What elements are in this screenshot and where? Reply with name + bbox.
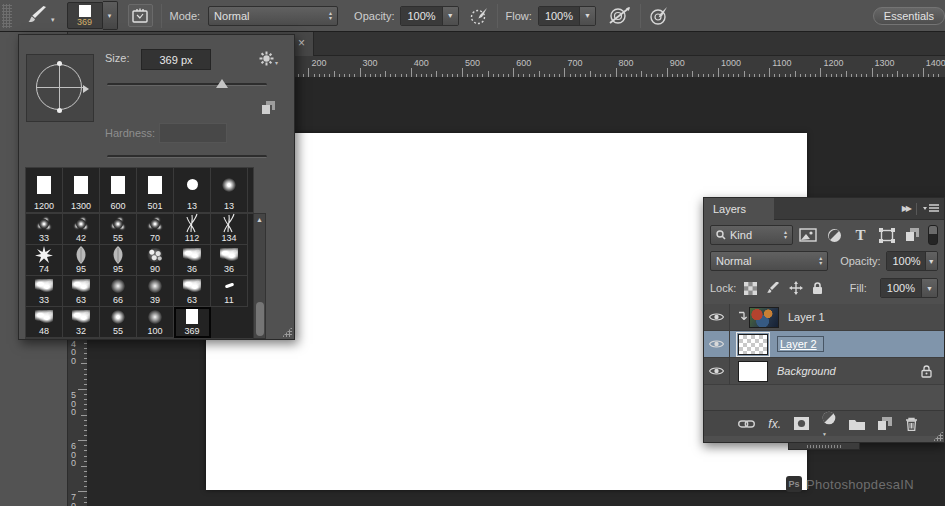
opacity-value: 100% <box>401 7 441 25</box>
new-group-icon[interactable] <box>849 418 865 430</box>
layers-panel-resize-handle[interactable] <box>788 443 860 450</box>
brush-preset-369[interactable]: 369 <box>174 307 211 338</box>
brush-preset-11[interactable]: 11 <box>211 276 248 307</box>
pressure-size-icon[interactable] <box>649 6 669 26</box>
layer-thumbnail[interactable] <box>738 361 768 382</box>
visibility-eye-icon[interactable] <box>704 331 730 358</box>
ruler-tick <box>518 74 519 77</box>
brush-grid-scrollbar[interactable]: ▲ ▼ <box>253 213 266 339</box>
brush-preset-70[interactable]: 70 <box>137 214 174 245</box>
roundness-handle[interactable] <box>57 108 62 113</box>
layer-row-layer-2[interactable]: Layer 2 <box>704 331 944 358</box>
ruler-tick <box>84 481 87 482</box>
new-brush-preset-icon[interactable] <box>261 101 276 115</box>
size-slider[interactable] <box>107 83 267 86</box>
mode-dropdown[interactable]: Normal ▴▾ <box>208 6 338 26</box>
brush-preset-95[interactable]: 95 <box>63 245 100 276</box>
roundness-handle[interactable] <box>57 61 62 66</box>
brush-preset-66[interactable]: 66 <box>100 276 137 307</box>
pressure-opacity-icon[interactable] <box>469 6 489 26</box>
brush-preset-112[interactable]: 112 <box>174 214 211 245</box>
brush-preset-42[interactable]: 42 <box>63 214 100 245</box>
layer-name[interactable]: Background <box>777 365 836 377</box>
brush-preset-100[interactable]: 100 <box>137 307 174 338</box>
brush-preset-36[interactable]: 36 <box>211 245 248 276</box>
lock-position-icon[interactable] <box>789 281 803 295</box>
filter-type-layers-icon[interactable]: T <box>850 226 871 244</box>
brush-preset-55[interactable]: 55 <box>100 307 137 338</box>
brush-preset-95[interactable]: 95 <box>100 245 137 276</box>
brush-preset-600[interactable]: 600 <box>100 168 137 213</box>
panel-menu-icon[interactable] <box>923 203 939 215</box>
brush-preset-13[interactable]: 13 <box>211 168 248 213</box>
scroll-up-icon[interactable]: ▲ <box>256 214 263 226</box>
size-slider-thumb[interactable] <box>216 79 228 88</box>
collapse-panel-icon[interactable]: ▶▶ <box>902 204 910 213</box>
brush-preset-55[interactable]: 55 <box>100 214 137 245</box>
flow-dropdown[interactable]: 100% ▼ <box>538 6 596 26</box>
brush-preset-36[interactable]: 36 <box>174 245 211 276</box>
brush-thumbnail <box>174 276 210 295</box>
filtering-toggle[interactable] <box>928 225 938 245</box>
brush-preset-33[interactable]: 33 <box>26 214 63 245</box>
brush-picker-arrow-icon[interactable]: ▾ <box>103 1 118 30</box>
lock-transparency-icon[interactable] <box>744 282 757 295</box>
layer-name[interactable]: Layer 1 <box>788 311 825 323</box>
lock-all-icon[interactable] <box>812 282 823 295</box>
airbrush-icon[interactable] <box>608 6 632 26</box>
options-bar-grip[interactable] <box>2 4 12 28</box>
brush-size-input[interactable]: 369 px <box>141 49 211 70</box>
angle-arrow-icon[interactable] <box>83 85 89 93</box>
layer-style-icon[interactable]: fx. <box>768 417 781 431</box>
toggle-brush-panel-icon[interactable] <box>128 4 153 27</box>
brush-preset-63[interactable]: 63 <box>174 276 211 307</box>
tab-close-icon[interactable]: × <box>298 36 305 50</box>
new-adjustment-layer-icon[interactable]: ▼ <box>822 411 836 437</box>
workspace-switcher-button[interactable]: Essentials <box>873 7 945 25</box>
brush-preset-74[interactable]: 74 <box>26 245 63 276</box>
add-layer-mask-icon[interactable] <box>794 417 809 430</box>
visibility-eye-icon[interactable] <box>704 304 730 331</box>
brush-preset-134[interactable]: 134 <box>211 214 248 245</box>
lock-pixels-icon[interactable] <box>766 282 780 295</box>
brush-preset-preview[interactable]: 369 <box>67 2 103 29</box>
brush-preset-48[interactable]: 48 <box>26 307 63 338</box>
panel-resize-grip[interactable] <box>282 327 292 337</box>
brush-preset-32[interactable]: 32 <box>63 307 100 338</box>
layers-tab[interactable]: Layers <box>704 198 774 220</box>
brush-preset-33[interactable]: 33 <box>26 276 63 307</box>
brush-preset-501[interactable]: 501 <box>137 168 174 213</box>
blend-mode-dropdown[interactable]: Normal ▴▾ <box>710 251 828 271</box>
layer-row-layer-1[interactable]: Layer 1 <box>704 304 944 331</box>
layer-thumbnail[interactable] <box>738 334 768 355</box>
layer-thumbnail[interactable] <box>749 307 779 328</box>
layer-opacity-dropdown[interactable]: 100% ▼ <box>886 251 939 271</box>
delete-layer-icon[interactable] <box>905 417 918 431</box>
brush-preset-1200[interactable]: 1200 <box>26 168 63 213</box>
new-layer-icon[interactable] <box>878 417 892 430</box>
gear-menu-icon[interactable]: ▾ <box>259 51 278 66</box>
filter-shape-layers-icon[interactable] <box>876 226 897 244</box>
brush-preset-13[interactable]: 13 <box>174 168 211 213</box>
brush-preset-1300[interactable]: 1300 <box>63 168 100 213</box>
brush-preset-63[interactable]: 63 <box>63 276 100 307</box>
brush-tool-icon[interactable] <box>26 6 48 26</box>
tool-preset-arrow-icon[interactable]: ▾ <box>51 16 55 24</box>
opacity-dropdown[interactable]: 100% ▼ <box>400 6 458 26</box>
brush-size-label: 63 <box>76 295 86 306</box>
brush-thumbnail <box>100 276 136 295</box>
layer-name[interactable]: Layer 2 <box>777 336 824 352</box>
filter-pixel-layers-icon[interactable] <box>798 226 819 244</box>
ruler-tick <box>513 68 514 77</box>
scrollbar-thumb[interactable] <box>256 302 264 336</box>
visibility-eye-icon[interactable] <box>704 358 730 385</box>
layer-row-background[interactable]: Background <box>704 358 944 385</box>
brush-tip-angle-control[interactable] <box>26 54 94 122</box>
filter-adjustment-layers-icon[interactable] <box>824 226 845 244</box>
brush-preset-90[interactable]: 90 <box>137 245 174 276</box>
filter-smart-objects-icon[interactable] <box>902 226 923 244</box>
filter-kind-dropdown[interactable]: Kind ▴▾ <box>710 225 793 245</box>
fill-dropdown[interactable]: 100% ▼ <box>880 278 938 298</box>
link-layers-icon[interactable] <box>738 419 755 429</box>
brush-preset-39[interactable]: 39 <box>137 276 174 307</box>
